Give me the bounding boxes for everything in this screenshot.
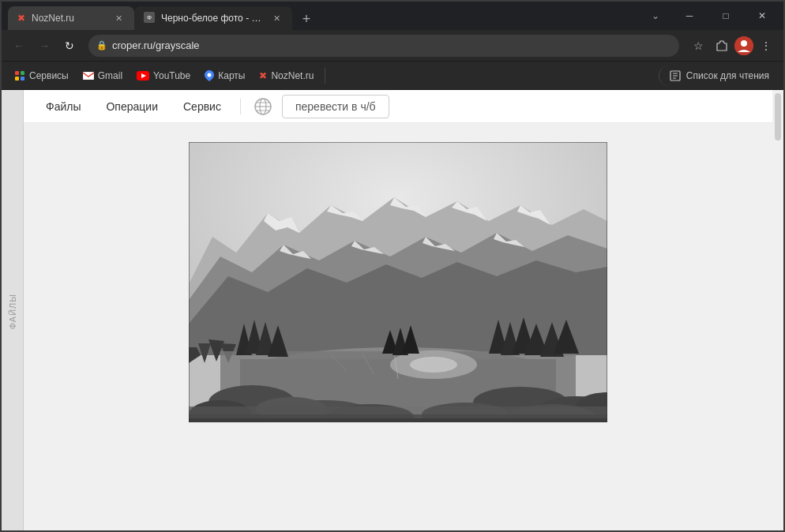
menu-files[interactable]: Файлы (36, 96, 90, 118)
noznet-icon: ✖ (259, 70, 267, 81)
back-button[interactable]: ← (8, 35, 30, 57)
lock-icon: 🔒 (96, 40, 107, 51)
grayscale-photo (189, 142, 607, 422)
title-bar-extras: ⌄ (646, 2, 671, 30)
bookmark-maps-label: Карты (218, 70, 245, 81)
profile-avatar[interactable] (734, 36, 753, 55)
page-content: ФАЙЛЫ Файлы Операции Сервис перевести в … (2, 90, 783, 532)
svg-point-3 (741, 40, 747, 47)
right-scrollbar[interactable] (772, 90, 783, 532)
svg-text:Ф: Ф (147, 14, 152, 21)
svg-rect-8 (83, 72, 94, 80)
tab1-title: NozNet.ru (32, 13, 106, 24)
app-menu-bar: Файлы Операции Сервис перевести в ч/б (24, 90, 772, 123)
menu-service[interactable]: Сервис (174, 96, 231, 118)
tab-croper[interactable]: Ф Черно-белое фото - Онлайн ф… ✕ (134, 6, 292, 30)
menu-operations[interactable]: Операции (96, 96, 167, 118)
bookmarks-bar: Сервисы Gmail YouTube Карты ✖ NozNet.ru (2, 62, 783, 90)
menu-divider (240, 99, 241, 114)
reading-list-button[interactable]: Список для чтения (659, 66, 777, 86)
maximize-button[interactable]: □ (708, 2, 744, 30)
tab2-title: Черно-белое фото - Онлайн ф… (161, 13, 264, 24)
tab2-close[interactable]: ✕ (270, 12, 283, 24)
bookmark-gmail-label: Gmail (98, 70, 122, 81)
sidebar-label: ФАЙЛЫ (8, 289, 17, 334)
toolbar-right: ☆ ⋮ (687, 35, 777, 57)
bookmark-services-label: Сервисы (29, 70, 69, 81)
tab-noznet[interactable]: ✖ NozNet.ru ✕ (8, 6, 134, 30)
new-tab-button[interactable]: + (295, 8, 317, 30)
svg-rect-7 (21, 77, 24, 81)
bookmark-services[interactable]: Сервисы (8, 66, 75, 86)
reading-list-label: Список для чтения (686, 70, 769, 81)
tab2-favicon: Ф (144, 12, 155, 24)
bookmarks-divider (325, 68, 325, 84)
svg-rect-6 (15, 77, 19, 81)
refresh-button[interactable]: ↻ (58, 35, 81, 57)
address-bar[interactable]: 🔒 croper.ru/grayscale (88, 35, 679, 57)
svg-rect-5 (21, 71, 24, 75)
tabs-area: ✖ NozNet.ru ✕ Ф Черно-белое фото - Онлай… (2, 2, 646, 30)
globe-icon[interactable] (250, 94, 276, 119)
left-sidebar[interactable]: ФАЙЛЫ (2, 90, 24, 532)
bookmark-youtube-label: YouTube (153, 70, 190, 81)
minimize-button[interactable]: ─ (671, 2, 708, 30)
tab1-close[interactable]: ✕ (112, 12, 125, 24)
close-button[interactable]: ✕ (744, 2, 780, 30)
main-content: Файлы Операции Сервис перевести в ч/б (24, 90, 772, 532)
photo-container (189, 142, 607, 422)
tab1-favicon: ✖ (17, 13, 25, 24)
active-tool-tab[interactable]: перевести в ч/б (282, 95, 389, 118)
image-area (24, 123, 772, 532)
svg-point-11 (208, 73, 212, 77)
svg-rect-4 (15, 71, 19, 75)
url-text: croper.ru/grayscale (112, 39, 671, 51)
window-controls: ─ □ ✕ (671, 2, 783, 30)
bookmark-gmail[interactable]: Gmail (77, 66, 129, 86)
svg-rect-73 (189, 418, 607, 422)
bookmark-noznet-label: NozNet.ru (271, 70, 314, 81)
star-button[interactable]: ☆ (687, 35, 709, 57)
toolbar: ← → ↻ 🔒 croper.ru/grayscale ☆ ⋮ (2, 30, 783, 62)
svg-point-47 (410, 357, 457, 373)
bookmark-youtube[interactable]: YouTube (130, 66, 197, 86)
bookmark-noznet[interactable]: ✖ NozNet.ru (253, 66, 320, 86)
bookmark-maps[interactable]: Карты (198, 66, 251, 86)
extensions-button[interactable] (711, 35, 733, 57)
scroll-thumb[interactable] (775, 93, 781, 140)
tab-chevron[interactable]: ⌄ (646, 6, 665, 25)
menu-button[interactable]: ⋮ (755, 35, 777, 57)
title-bar: ✖ NozNet.ru ✕ Ф Черно-белое фото - Онлай… (2, 2, 783, 30)
forward-button[interactable]: → (33, 35, 55, 57)
